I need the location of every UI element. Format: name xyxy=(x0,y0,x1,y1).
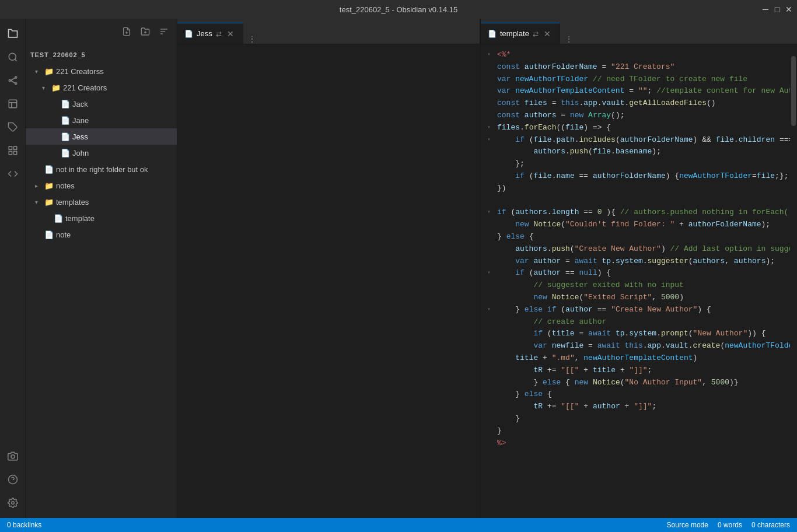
scrollbar-track[interactable] xyxy=(790,44,797,518)
code-icon[interactable] xyxy=(2,163,23,184)
jess-content xyxy=(177,44,480,518)
file-icon: 📄 xyxy=(61,149,70,158)
tree-item-221creators[interactable]: ▾ 📁 221 Creators xyxy=(26,79,177,96)
fold-arrow-icon[interactable]: ▾ xyxy=(483,135,495,145)
folder-arrow-icon: ▸ xyxy=(35,183,44,189)
code-line-8: ▾ if (file.path.includes(authorFolderNam… xyxy=(481,134,790,146)
jess-panel: 📄 Jess ⇄ ✕ ⋮ xyxy=(177,19,481,518)
tree-item-221creatorss[interactable]: ▾ 📁 221 Creatorss xyxy=(26,63,177,79)
svg-point-18 xyxy=(11,502,14,505)
code-text: title + ".md", newAuthorTemplateContent) xyxy=(495,352,788,365)
code-line-1: ▾ <%* xyxy=(481,49,790,61)
folder-icon: 📁 xyxy=(44,67,54,76)
tab-close-button[interactable]: ✕ xyxy=(542,29,553,39)
svg-point-0 xyxy=(9,53,16,60)
tree-item-templates[interactable]: ▾ 📁 templates xyxy=(26,194,177,210)
tab-close-button[interactable]: ✕ xyxy=(225,29,236,39)
bookmarks-icon[interactable] xyxy=(2,93,23,114)
code-line-32: } xyxy=(481,425,790,438)
tab-jess[interactable]: 📄 Jess ⇄ ✕ xyxy=(177,23,243,44)
backlinks-status[interactable]: 0 backlinks xyxy=(7,521,41,529)
code-text: } else { new Notice("No Author Input", 5… xyxy=(495,377,788,389)
title-bar: test_220602_5 - Obsidian v0.14.15 ─ □ ✕ xyxy=(0,0,797,19)
graph-icon[interactable] xyxy=(2,70,23,91)
camera-icon[interactable] xyxy=(2,446,23,467)
code-container: ▾ <%* const authorFolderName = "221 Crea… xyxy=(481,44,797,518)
fold-arrow-icon[interactable]: ▾ xyxy=(483,268,495,278)
fold-arrow-icon[interactable]: ▾ xyxy=(483,305,495,314)
code-line-11: if (file.name == authorFolderName) {newA… xyxy=(481,170,790,183)
code-line-7: ▾ files.forEach((file) => { xyxy=(481,122,790,134)
file-label: Jess xyxy=(72,132,88,141)
tree-item-jane[interactable]: 📄 Jane xyxy=(26,112,177,128)
code-text: }; xyxy=(495,158,788,170)
help-icon[interactable] xyxy=(2,469,23,490)
code-text: // create author xyxy=(495,316,788,328)
code-line-28: } else { new Notice("No Author Input", 5… xyxy=(481,377,790,389)
tree-item-john[interactable]: 📄 John xyxy=(26,145,177,161)
tab-more-button[interactable]: ⋮ xyxy=(243,34,261,44)
file-icon: 📄 xyxy=(61,116,70,125)
expand-icon: ⇄ xyxy=(533,30,539,38)
new-folder-button[interactable] xyxy=(137,23,153,40)
code-line-2: const authorFolderName = "221 Creators" xyxy=(481,61,790,74)
code-line-10: }; xyxy=(481,158,790,170)
code-text: var newfile = await this.app.vault.creat… xyxy=(495,340,790,352)
code-line-16: } else { xyxy=(481,231,790,243)
tree-item-notes[interactable]: ▸ 📁 notes xyxy=(26,177,177,194)
svg-point-15 xyxy=(11,455,15,459)
code-text: if (author == null) { xyxy=(495,267,788,279)
code-line-29: } else { xyxy=(481,388,790,401)
pin-icon: ⇄ xyxy=(216,30,222,38)
code-text: new Notice("Exited Script", 5000) xyxy=(495,292,788,304)
tree-item-note[interactable]: 📄 note xyxy=(26,226,177,243)
code-text: if (file.name == authorFolderName) {newA… xyxy=(495,170,790,183)
new-file-button[interactable] xyxy=(118,23,135,40)
tree-item-template[interactable]: 📄 template xyxy=(26,210,177,226)
folder-arrow-icon: ▾ xyxy=(42,85,51,91)
settings-icon[interactable] xyxy=(2,492,23,513)
code-line-21: new Notice("Exited Script", 5000) xyxy=(481,292,790,304)
code-text: tR += "[[" + author + "]]"; xyxy=(495,401,788,413)
template-icon[interactable] xyxy=(2,140,23,161)
svg-rect-12 xyxy=(13,146,16,149)
close-button[interactable]: ✕ xyxy=(785,6,792,13)
code-text: new Notice("Couldn't find Folder: " + au… xyxy=(495,219,788,231)
word-count-status: 0 words xyxy=(718,521,742,529)
code-line-33: %> xyxy=(481,438,790,450)
sort-button[interactable] xyxy=(156,23,172,40)
code-text: const authorFolderName = "221 Creators" xyxy=(495,61,788,74)
tree-item-jack[interactable]: 📄 Jack xyxy=(26,96,177,112)
source-mode-status[interactable]: Source mode xyxy=(667,521,708,529)
tags-icon[interactable] xyxy=(2,117,23,138)
code-line-3: var newAuthorTFolder // need TFolder to … xyxy=(481,74,790,86)
svg-rect-13 xyxy=(13,152,16,155)
fold-arrow-icon[interactable]: ▾ xyxy=(483,208,495,217)
code-line-23: // create author xyxy=(481,316,790,328)
files-icon[interactable] xyxy=(2,23,23,44)
code-text: } else if (author == "Create New Author"… xyxy=(495,304,788,316)
search-icon[interactable] xyxy=(2,47,23,68)
tab-more-button[interactable]: ⋮ xyxy=(560,34,578,44)
code-line-31: } xyxy=(481,413,790,425)
code-text xyxy=(495,195,788,207)
svg-rect-11 xyxy=(9,146,12,149)
code-text: if (authors.length == 0 ){ // authors.pu… xyxy=(495,206,790,219)
code-text: const files = this.app.vault.getAllLoade… xyxy=(495,97,788,110)
fold-arrow-icon[interactable]: ▾ xyxy=(483,50,495,60)
svg-point-2 xyxy=(9,80,11,82)
tree-item-notinfolder[interactable]: 📄 not in the right folder but ok xyxy=(26,161,177,177)
scrollbar-thumb[interactable] xyxy=(791,56,796,126)
maximize-button[interactable]: □ xyxy=(774,6,781,13)
file-icon: 📄 xyxy=(61,100,70,108)
minimize-button[interactable]: ─ xyxy=(762,6,769,13)
svg-point-3 xyxy=(15,76,16,78)
fold-arrow-icon[interactable]: ▾ xyxy=(483,123,495,132)
code-editor[interactable]: ▾ <%* const authorFolderName = "221 Crea… xyxy=(481,44,790,518)
code-line-5: const files = this.app.vault.getAllLoade… xyxy=(481,97,790,110)
code-text: } xyxy=(495,425,788,438)
tab-template[interactable]: 📄 template ⇄ ✕ xyxy=(481,23,560,44)
file-tree: test_220602_5 ▾ 📁 221 Creatorss ▾ 📁 221 … xyxy=(26,44,177,518)
code-text: const authors = new Array(); xyxy=(495,110,788,122)
tree-item-jess[interactable]: 📄 Jess xyxy=(26,128,177,145)
